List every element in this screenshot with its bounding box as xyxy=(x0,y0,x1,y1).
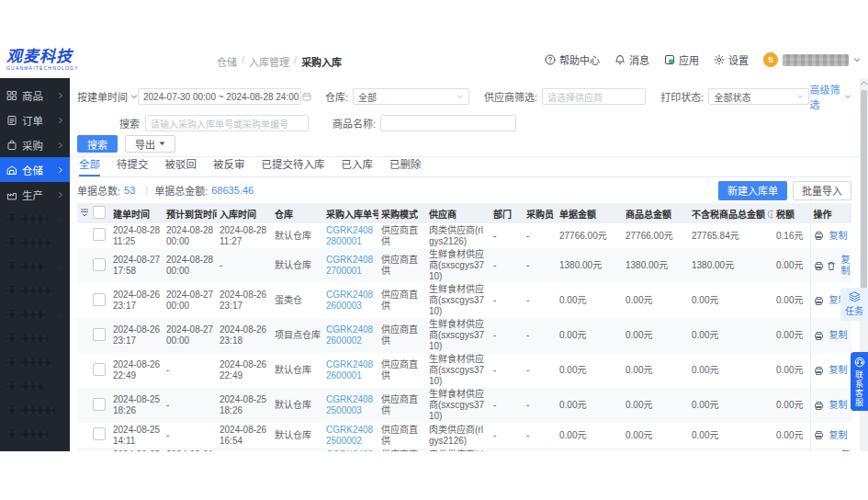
copy-link[interactable]: 复制 xyxy=(829,330,848,341)
sidebar-item-订单[interactable]: 订单 xyxy=(0,108,70,132)
doc-amount-label: 单据总金额: xyxy=(154,183,208,198)
print-icon[interactable] xyxy=(814,231,824,241)
copy-link[interactable]: 复制 xyxy=(829,430,848,441)
sidebar-item-redacted[interactable] xyxy=(0,422,70,446)
order-search-input[interactable]: 请输入采购入库单号或采购单编号 xyxy=(145,115,309,131)
sidebar-item-仓储[interactable]: 仓储 xyxy=(0,157,70,182)
info-icon[interactable] xyxy=(767,210,773,219)
inbound-order-link[interactable]: CGRK24082800001 xyxy=(326,225,373,246)
print-status-label: 打印状态: xyxy=(660,89,704,104)
topbar-action-bell[interactable]: 消息 xyxy=(614,52,649,67)
inbound-order-link[interactable]: CGRK24082500002 xyxy=(326,425,373,446)
create-inbound-button[interactable]: 新建入库单 xyxy=(718,181,787,200)
print-status-select[interactable]: 全部状态 xyxy=(708,88,809,105)
inbound-order-link[interactable]: CGRK24082600003 xyxy=(326,290,373,311)
orders-table-container: 建单时间预计到货时间入库时间仓库采购入库单号采购模式供应商部门采购员单据金额商品… xyxy=(77,203,851,451)
topbar-action-apps[interactable]: 应用 xyxy=(664,52,699,67)
sidebar-item-商品[interactable]: 商品 xyxy=(0,83,70,108)
sidebar-item-采购[interactable]: 采购 xyxy=(0,132,70,157)
cell-created: 2024-08-25 14:11 xyxy=(110,423,163,448)
sidebar-item-redacted[interactable] xyxy=(0,326,70,350)
row-actions: 复制 xyxy=(814,255,852,277)
copy-link[interactable]: 复制 xyxy=(829,231,848,242)
advanced-filter-link[interactable]: 高级筛选 xyxy=(809,82,851,111)
row-checkbox[interactable] xyxy=(93,427,106,440)
product-name-input[interactable] xyxy=(380,115,516,131)
time-type-select[interactable]: 按建单时间 xyxy=(77,89,138,104)
search-button[interactable]: 搜索 xyxy=(77,135,118,153)
sidebar-item-redacted[interactable] xyxy=(0,398,70,422)
cell-amount: 0.00元 xyxy=(557,318,623,353)
redacted-icon xyxy=(6,286,16,295)
cell-mode: 供应商直供 xyxy=(378,318,426,353)
breadcrumb-item[interactable]: 入库管理 xyxy=(249,54,289,69)
cell-amount: 151.58元 xyxy=(557,448,623,451)
topbar-action-help[interactable]: 帮助中心 xyxy=(545,52,600,67)
sidebar-item-redacted[interactable] xyxy=(0,374,70,398)
bulk-import-button[interactable]: 批量导入 xyxy=(793,181,851,200)
breadcrumb-item[interactable]: 仓储 xyxy=(217,54,237,69)
row-checkbox[interactable] xyxy=(93,398,106,411)
tab-已删除[interactable]: 已删除 xyxy=(389,156,422,176)
row-expand-cell xyxy=(77,448,90,451)
cell-warehouse: 蛋类仓 xyxy=(272,283,323,318)
topbar-action-gear[interactable]: 设置 xyxy=(714,52,749,67)
copy-link[interactable]: 复制 xyxy=(841,449,852,452)
select-all-checkbox[interactable] xyxy=(93,206,106,219)
sidebar-item-redacted[interactable] xyxy=(0,231,70,255)
warehouse-select[interactable]: 全部 xyxy=(353,88,469,105)
tab-被反审[interactable]: 被反审 xyxy=(213,156,245,176)
print-icon[interactable] xyxy=(814,430,824,440)
print-icon[interactable] xyxy=(814,331,824,341)
row-checkbox[interactable] xyxy=(93,363,106,376)
vertical-scrollbar-thumb[interactable] xyxy=(861,90,867,320)
sidebar-item-redacted[interactable] xyxy=(0,350,70,374)
row-checkbox[interactable] xyxy=(93,328,106,341)
tab-待提交[interactable]: 待提交 xyxy=(117,156,149,176)
cell-created: 2024-08-28 11:25 xyxy=(110,223,163,248)
export-button[interactable]: 导出 xyxy=(125,135,175,153)
gear-icon xyxy=(714,54,725,65)
sidebar-item-redacted[interactable] xyxy=(0,207,70,231)
table-row: 2024-08-26 23:172024-08-27 00:002024-08-… xyxy=(77,283,851,318)
supplier-filter-input[interactable]: 请选择供应商 xyxy=(542,88,646,105)
cell-goods_amount: 0.00元 xyxy=(623,388,689,423)
scroll-up-icon[interactable] xyxy=(860,80,868,86)
inbound-order-link[interactable]: CGRK24082500001 xyxy=(326,449,373,452)
row-select-cell xyxy=(90,448,110,451)
date-range-input[interactable]: 2024-07-30 00:00 ~ 2024-08-28 24:00 xyxy=(138,88,301,105)
print-icon[interactable] xyxy=(814,296,824,306)
chevron-right-icon xyxy=(58,92,63,99)
sidebar-item-生产[interactable]: 生产 xyxy=(0,182,70,207)
tab-已入库[interactable]: 已入库 xyxy=(342,156,374,176)
inbound-order-link[interactable]: CGRK24082600002 xyxy=(326,324,373,346)
cell-dept: - xyxy=(490,448,524,451)
user-menu[interactable]: S xyxy=(763,52,861,67)
copy-link[interactable]: 复制 xyxy=(841,255,852,277)
tab-全部[interactable]: 全部 xyxy=(79,156,100,176)
tasks-fab[interactable]: 任务 xyxy=(840,288,868,321)
sidebar-item-redacted[interactable] xyxy=(0,278,70,302)
tab-已提交待入库[interactable]: 已提交待入库 xyxy=(262,156,325,176)
sidebar-item-redacted[interactable] xyxy=(0,255,70,278)
inbound-order-link[interactable]: CGRK24082500003 xyxy=(326,394,373,415)
row-checkbox[interactable] xyxy=(93,228,106,241)
tab-被驳回[interactable]: 被驳回 xyxy=(165,156,197,176)
delete-icon[interactable] xyxy=(827,261,836,271)
inbound-order-link[interactable]: CGRK24082600001 xyxy=(326,359,373,381)
copy-link[interactable]: 复制 xyxy=(829,400,848,411)
print-icon[interactable] xyxy=(814,261,824,271)
cell-tax: 0.00元 xyxy=(773,448,810,451)
support-fab[interactable]: 联系客服 xyxy=(851,352,868,411)
copy-link[interactable]: 复制 xyxy=(829,365,848,376)
row-checkbox[interactable] xyxy=(93,258,106,271)
cell-order_no: CGRK24082500003 xyxy=(323,388,378,423)
main-panel: 按建单时间 2024-07-30 00:00 ~ 2024-08-28 24:0… xyxy=(70,78,868,451)
print-icon[interactable] xyxy=(814,401,824,411)
inbound-order-link[interactable]: CGRK24082700001 xyxy=(326,255,373,276)
collapse-rows-icon[interactable] xyxy=(80,208,89,217)
row-checkbox[interactable] xyxy=(93,293,106,306)
cell-created: 2024-08-26 23:17 xyxy=(110,283,163,318)
print-icon[interactable] xyxy=(814,366,824,376)
sidebar-item-redacted[interactable] xyxy=(0,302,70,326)
